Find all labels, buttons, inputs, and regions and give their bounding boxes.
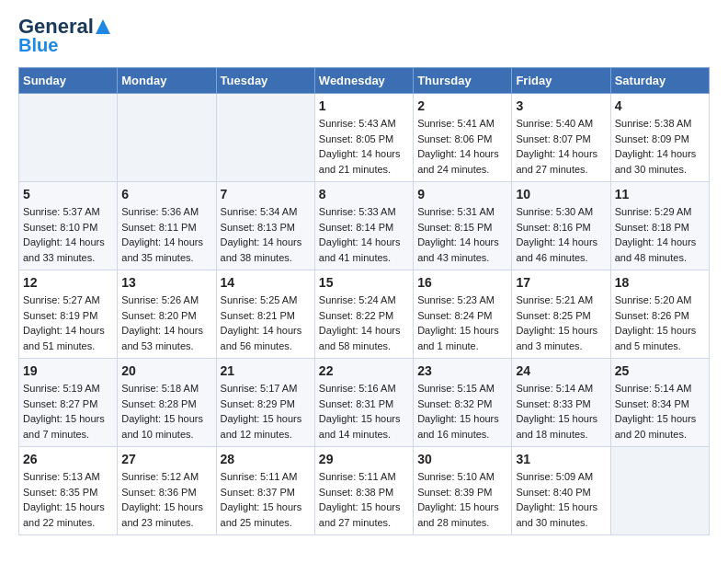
calendar-cell: 18Sunrise: 5:20 AMSunset: 8:26 PMDayligh… [610, 270, 709, 359]
logo-blue: Blue [18, 35, 110, 56]
day-info: Sunrise: 5:27 AMSunset: 8:19 PMDaylight:… [23, 293, 113, 353]
calendar-cell: 19Sunrise: 5:19 AMSunset: 8:27 PMDayligh… [19, 359, 118, 447]
day-number: 12 [23, 275, 113, 290]
day-number: 10 [516, 187, 606, 201]
col-header-friday: Friday [512, 68, 610, 94]
calendar-cell [610, 447, 709, 535]
day-number: 24 [516, 363, 606, 378]
day-number: 13 [121, 275, 211, 290]
col-header-thursday: Thursday [414, 68, 512, 94]
page-header: General Blue [18, 15, 710, 56]
calendar-cell: 6Sunrise: 5:36 AMSunset: 8:11 PMDaylight… [118, 182, 216, 270]
calendar-cell: 12Sunrise: 5:27 AMSunset: 8:19 PMDayligh… [19, 270, 118, 359]
calendar-cell: 13Sunrise: 5:26 AMSunset: 8:20 PMDayligh… [118, 270, 216, 359]
col-header-wednesday: Wednesday [314, 68, 413, 94]
day-number: 22 [319, 363, 409, 378]
calendar-cell: 14Sunrise: 5:25 AMSunset: 8:21 PMDayligh… [216, 270, 314, 359]
day-number: 19 [23, 363, 113, 378]
calendar-cell: 7Sunrise: 5:34 AMSunset: 8:13 PMDaylight… [216, 182, 314, 270]
day-number: 2 [417, 98, 507, 113]
day-info: Sunrise: 5:38 AMSunset: 8:09 PMDaylight:… [615, 116, 705, 177]
calendar-cell: 26Sunrise: 5:13 AMSunset: 8:35 PMDayligh… [19, 447, 118, 535]
calendar-cell: 28Sunrise: 5:11 AMSunset: 8:37 PMDayligh… [216, 447, 314, 535]
day-info: Sunrise: 5:26 AMSunset: 8:20 PMDaylight:… [121, 293, 211, 353]
day-info: Sunrise: 5:29 AMSunset: 8:18 PMDaylight:… [615, 204, 705, 265]
day-info: Sunrise: 5:09 AMSunset: 8:40 PMDaylight:… [516, 469, 606, 530]
calendar-cell: 2Sunrise: 5:41 AMSunset: 8:06 PMDaylight… [414, 94, 512, 182]
calendar-cell [118, 94, 216, 182]
day-number: 30 [417, 452, 507, 466]
calendar-cell: 25Sunrise: 5:14 AMSunset: 8:34 PMDayligh… [610, 359, 709, 447]
col-header-tuesday: Tuesday [216, 68, 314, 94]
day-info: Sunrise: 5:16 AMSunset: 8:31 PMDaylight:… [319, 381, 409, 442]
day-info: Sunrise: 5:11 AMSunset: 8:37 PMDaylight:… [221, 469, 311, 530]
day-number: 16 [417, 275, 507, 290]
day-info: Sunrise: 5:36 AMSunset: 8:11 PMDaylight:… [121, 204, 211, 265]
day-number: 25 [615, 363, 705, 378]
day-number: 4 [615, 98, 705, 113]
calendar-cell: 3Sunrise: 5:40 AMSunset: 8:07 PMDaylight… [512, 94, 610, 182]
day-info: Sunrise: 5:14 AMSunset: 8:34 PMDaylight:… [615, 381, 705, 442]
day-info: Sunrise: 5:14 AMSunset: 8:33 PMDaylight:… [516, 381, 606, 442]
day-number: 14 [221, 275, 311, 290]
calendar-cell: 22Sunrise: 5:16 AMSunset: 8:31 PMDayligh… [314, 359, 413, 447]
calendar-cell: 29Sunrise: 5:11 AMSunset: 8:38 PMDayligh… [314, 447, 413, 535]
day-info: Sunrise: 5:37 AMSunset: 8:10 PMDaylight:… [23, 204, 113, 265]
day-info: Sunrise: 5:31 AMSunset: 8:15 PMDaylight:… [417, 204, 507, 265]
day-info: Sunrise: 5:11 AMSunset: 8:38 PMDaylight:… [319, 469, 409, 530]
day-number: 27 [121, 452, 211, 466]
day-info: Sunrise: 5:30 AMSunset: 8:16 PMDaylight:… [516, 204, 606, 265]
day-info: Sunrise: 5:13 AMSunset: 8:35 PMDaylight:… [23, 469, 113, 530]
calendar-cell: 8Sunrise: 5:33 AMSunset: 8:14 PMDaylight… [314, 182, 413, 270]
calendar-cell: 5Sunrise: 5:37 AMSunset: 8:10 PMDaylight… [19, 182, 118, 270]
calendar-cell: 10Sunrise: 5:30 AMSunset: 8:16 PMDayligh… [512, 182, 610, 270]
calendar-cell: 15Sunrise: 5:24 AMSunset: 8:22 PMDayligh… [314, 270, 413, 359]
day-info: Sunrise: 5:43 AMSunset: 8:05 PMDaylight:… [319, 116, 409, 177]
day-number: 11 [615, 187, 705, 201]
calendar-cell: 16Sunrise: 5:23 AMSunset: 8:24 PMDayligh… [414, 270, 512, 359]
calendar-cell: 27Sunrise: 5:12 AMSunset: 8:36 PMDayligh… [118, 447, 216, 535]
day-info: Sunrise: 5:12 AMSunset: 8:36 PMDaylight:… [121, 469, 211, 530]
day-info: Sunrise: 5:19 AMSunset: 8:27 PMDaylight:… [23, 381, 113, 442]
day-number: 28 [221, 452, 311, 466]
day-info: Sunrise: 5:17 AMSunset: 8:29 PMDaylight:… [221, 381, 311, 442]
day-info: Sunrise: 5:33 AMSunset: 8:14 PMDaylight:… [319, 204, 409, 265]
calendar-cell: 11Sunrise: 5:29 AMSunset: 8:18 PMDayligh… [610, 182, 709, 270]
day-info: Sunrise: 5:21 AMSunset: 8:25 PMDaylight:… [516, 293, 606, 353]
day-info: Sunrise: 5:34 AMSunset: 8:13 PMDaylight:… [221, 204, 311, 265]
day-info: Sunrise: 5:25 AMSunset: 8:21 PMDaylight:… [221, 293, 311, 353]
day-number: 15 [319, 275, 409, 290]
day-number: 20 [121, 363, 211, 378]
calendar-cell: 21Sunrise: 5:17 AMSunset: 8:29 PMDayligh… [216, 359, 314, 447]
day-number: 7 [221, 187, 311, 201]
day-number: 29 [319, 452, 409, 466]
day-number: 1 [319, 98, 409, 113]
day-info: Sunrise: 5:18 AMSunset: 8:28 PMDaylight:… [121, 381, 211, 442]
col-header-saturday: Saturday [610, 68, 709, 94]
day-number: 23 [417, 363, 507, 378]
day-info: Sunrise: 5:23 AMSunset: 8:24 PMDaylight:… [417, 293, 507, 353]
day-info: Sunrise: 5:20 AMSunset: 8:26 PMDaylight:… [615, 293, 705, 353]
calendar-cell [216, 94, 314, 182]
day-info: Sunrise: 5:41 AMSunset: 8:06 PMDaylight:… [417, 116, 507, 177]
calendar-table: SundayMondayTuesdayWednesdayThursdayFrid… [18, 67, 710, 535]
calendar-cell: 31Sunrise: 5:09 AMSunset: 8:40 PMDayligh… [512, 447, 610, 535]
col-header-monday: Monday [118, 68, 216, 94]
calendar-cell [19, 94, 118, 182]
day-number: 3 [516, 98, 606, 113]
calendar-cell: 9Sunrise: 5:31 AMSunset: 8:15 PMDaylight… [414, 182, 512, 270]
day-number: 31 [516, 452, 606, 466]
day-number: 9 [417, 187, 507, 201]
svg-marker-0 [96, 19, 110, 34]
day-info: Sunrise: 5:15 AMSunset: 8:32 PMDaylight:… [417, 381, 507, 442]
calendar-cell: 20Sunrise: 5:18 AMSunset: 8:28 PMDayligh… [118, 359, 216, 447]
calendar-cell: 23Sunrise: 5:15 AMSunset: 8:32 PMDayligh… [414, 359, 512, 447]
day-number: 21 [221, 363, 311, 378]
day-number: 5 [23, 187, 113, 201]
day-number: 6 [121, 187, 211, 201]
day-number: 17 [516, 275, 606, 290]
calendar-cell: 24Sunrise: 5:14 AMSunset: 8:33 PMDayligh… [512, 359, 610, 447]
day-info: Sunrise: 5:24 AMSunset: 8:22 PMDaylight:… [319, 293, 409, 353]
calendar-cell: 1Sunrise: 5:43 AMSunset: 8:05 PMDaylight… [314, 94, 413, 182]
logo: General Blue [18, 15, 110, 56]
